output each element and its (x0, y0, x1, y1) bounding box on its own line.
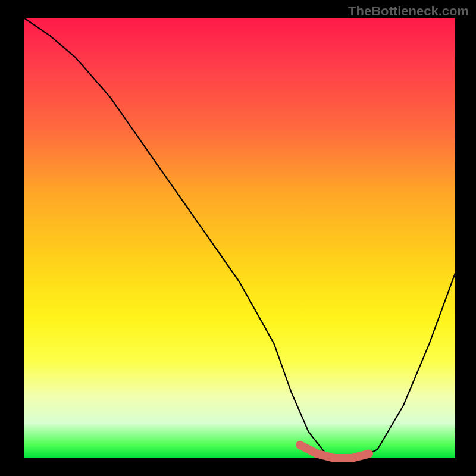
plot-area (24, 18, 455, 458)
watermark-text: TheBottleneck.com (348, 4, 469, 19)
bottleneck-curve (24, 18, 455, 458)
highlight-segment (300, 445, 369, 458)
chart-svg (24, 18, 455, 458)
